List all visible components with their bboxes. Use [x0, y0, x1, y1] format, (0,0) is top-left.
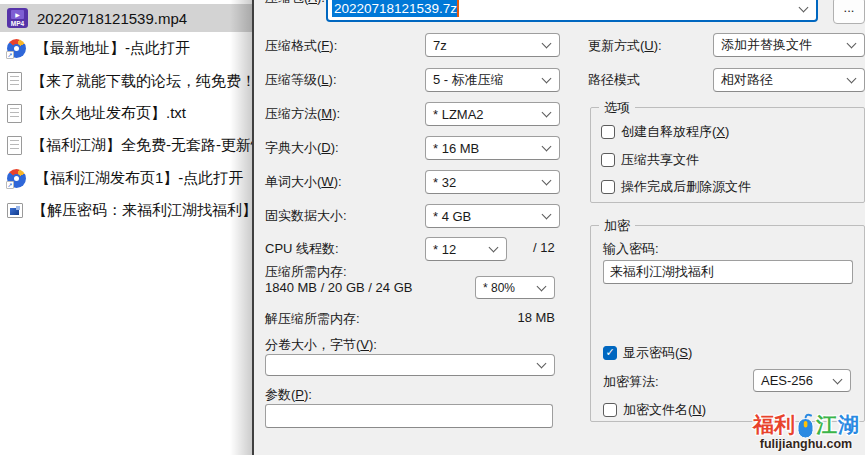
parameters-label: 参数(P): — [265, 386, 312, 404]
method-label: 压缩方法(M): — [265, 105, 340, 123]
cpu-threads-dropdown[interactable]: * 12 — [425, 237, 507, 261]
create-sfx-checkbox-row[interactable]: 创建自释放程序(X) — [601, 123, 729, 141]
word-size-dropdown[interactable]: * 32 — [425, 170, 560, 194]
cpu-threads-value: * 12 — [433, 242, 456, 257]
file-name: 【最新地址】-点此打开 — [35, 39, 190, 58]
file-name: 【解压密码：来福利江湖找福利】.jpg — [32, 201, 281, 220]
path-mode-label: 路径模式 — [588, 71, 640, 89]
mp4-file-icon: ▶MP4 — [7, 8, 28, 28]
delete-after-label: 操作完成后删除源文件 — [621, 178, 751, 196]
chevron-down-icon — [542, 39, 552, 49]
archive-name-combobox[interactable]: 20220718121539.7z — [326, 0, 818, 22]
level-label: 压缩等级(L): — [265, 71, 337, 89]
chevron-down-icon — [542, 142, 552, 152]
word-size-label: 单词大小(W): — [265, 173, 342, 191]
format-dropdown[interactable]: 7z — [425, 33, 560, 57]
text-file-icon — [7, 72, 22, 91]
checkbox-unchecked[interactable] — [603, 403, 617, 417]
options-group-title: 选项 — [599, 99, 635, 117]
delete-after-checkbox-row[interactable]: 操作完成后删除源文件 — [601, 178, 751, 196]
compress-shared-checkbox-row[interactable]: 压缩共享文件 — [601, 151, 699, 169]
archive-name-label: 压缩包(A): — [265, 0, 325, 7]
checkbox-unchecked[interactable] — [601, 180, 615, 194]
show-password-label: 显示密码(S) — [623, 344, 692, 362]
chevron-down-icon[interactable] — [799, 2, 809, 12]
screen: ▶MP4 20220718121539.mp4 ➚ 【最新地址】-点此打开 【来… — [0, 0, 865, 455]
encrypt-filenames-label: 加密文件名(N) — [623, 401, 706, 419]
solid-block-size-dropdown[interactable]: * 4 GB — [425, 204, 560, 228]
chevron-down-icon — [542, 210, 552, 220]
add-to-archive-dialog: 压缩包(A): 20220718121539.7z ... 压缩格式(F): 7… — [252, 0, 865, 455]
dictionary-size-label: 字典大小(D): — [265, 139, 339, 157]
memory-percent-dropdown[interactable]: * 80% — [475, 276, 555, 299]
text-caret — [457, 0, 459, 17]
browser-shortcut-icon: ➚ — [7, 39, 26, 58]
split-volume-combobox[interactable] — [265, 354, 555, 376]
file-name: 【福利江湖发布页1】-点此打开 — [35, 169, 243, 188]
memory-percent-value: * 80% — [483, 281, 515, 295]
chevron-down-icon — [489, 243, 499, 253]
split-volume-label: 分卷大小，字节(V): — [265, 336, 377, 354]
compress-shared-label: 压缩共享文件 — [621, 151, 699, 169]
dictionary-size-value: * 16 MB — [433, 141, 479, 156]
cpu-threads-max: / 12 — [533, 240, 555, 255]
update-mode-value: 添加并替换文件 — [721, 36, 812, 54]
format-value: 7z — [433, 38, 447, 53]
method-dropdown[interactable]: * LZMA2 — [425, 102, 560, 126]
chevron-down-icon — [847, 39, 857, 49]
path-mode-value: 相对路径 — [721, 71, 773, 89]
chevron-down-icon — [537, 281, 547, 291]
file-row[interactable]: 【永久地址发布页】.txt — [0, 99, 252, 127]
level-value: 5 - 标准压缩 — [433, 71, 504, 89]
decompress-memory-label: 解压缩所需内存: — [265, 310, 360, 328]
dictionary-size-dropdown[interactable]: * 16 MB — [425, 136, 560, 160]
word-size-value: * 32 — [433, 175, 456, 190]
file-name: 【永久地址发布页】.txt — [31, 104, 186, 123]
solid-block-size-label: 固实数据大小: — [265, 207, 347, 225]
file-row[interactable]: ➚ 【最新地址】-点此打开 — [0, 34, 252, 62]
browse-button[interactable]: ... — [833, 0, 865, 24]
encryption-groupbox: 加密 输入密码: 显示密码(S) 加密算法: AES-256 加密文件名(N) — [590, 225, 865, 422]
file-row[interactable]: 【来了就能下载的论坛，纯免费！】.txt — [0, 67, 252, 95]
chevron-down-icon — [542, 74, 552, 84]
text-file-icon — [7, 104, 22, 123]
encryption-method-dropdown[interactable]: AES-256 — [753, 369, 851, 392]
path-mode-dropdown[interactable]: 相对路径 — [713, 68, 865, 92]
chevron-down-icon — [833, 374, 843, 384]
file-name: 20220718121539.mp4 — [37, 10, 187, 27]
image-file-icon — [7, 203, 23, 218]
encrypt-filenames-checkbox-row[interactable]: 加密文件名(N) — [603, 401, 706, 419]
checkbox-unchecked[interactable] — [601, 153, 615, 167]
show-password-checkbox-row[interactable]: 显示密码(S) — [603, 344, 692, 362]
create-sfx-label: 创建自释放程序(X) — [621, 123, 729, 141]
cpu-threads-label: CPU 线程数: — [265, 240, 339, 258]
file-name: 【福利江湖】全免费-无套路-更新快.txt — [31, 136, 286, 155]
format-label: 压缩格式(F): — [265, 37, 337, 55]
memory-usage-value: 1840 MB / 20 GB / 24 GB — [265, 280, 412, 295]
checkbox-unchecked[interactable] — [601, 125, 615, 139]
chevron-down-icon — [542, 108, 552, 118]
file-row-selected[interactable]: ▶MP4 20220718121539.mp4 — [0, 4, 252, 32]
options-groupbox: 选项 创建自释放程序(X) 压缩共享文件 操作完成后删除源文件 — [590, 107, 865, 203]
password-input[interactable] — [603, 260, 853, 284]
chevron-down-icon — [542, 176, 552, 186]
archive-name-value: 20220718121539.7z — [332, 0, 457, 17]
update-mode-dropdown[interactable]: 添加并替换文件 — [713, 33, 865, 57]
encryption-group-title: 加密 — [599, 217, 635, 235]
update-mode-label: 更新方式(U): — [588, 37, 662, 55]
browser-shortcut-icon: ➚ — [7, 169, 26, 188]
decompress-memory-value: 18 MB — [473, 310, 555, 325]
chevron-down-icon — [847, 74, 857, 84]
file-list-panel: ▶MP4 20220718121539.mp4 ➚ 【最新地址】-点此打开 【来… — [0, 0, 252, 455]
parameters-input[interactable] — [265, 404, 553, 428]
level-dropdown[interactable]: 5 - 标准压缩 — [425, 68, 560, 92]
file-row[interactable]: ➚ 【福利江湖发布页1】-点此打开 — [0, 164, 252, 192]
file-row[interactable]: 【福利江湖】全免费-无套路-更新快.txt — [0, 131, 252, 159]
encryption-method-value: AES-256 — [761, 373, 813, 388]
password-label: 输入密码: — [603, 240, 659, 258]
file-row[interactable]: 【解压密码：来福利江湖找福利】.jpg — [0, 196, 252, 224]
checkbox-checked[interactable] — [603, 346, 617, 360]
solid-block-size-value: * 4 GB — [433, 209, 471, 224]
encryption-method-label: 加密算法: — [603, 373, 659, 391]
text-file-icon — [7, 136, 22, 155]
